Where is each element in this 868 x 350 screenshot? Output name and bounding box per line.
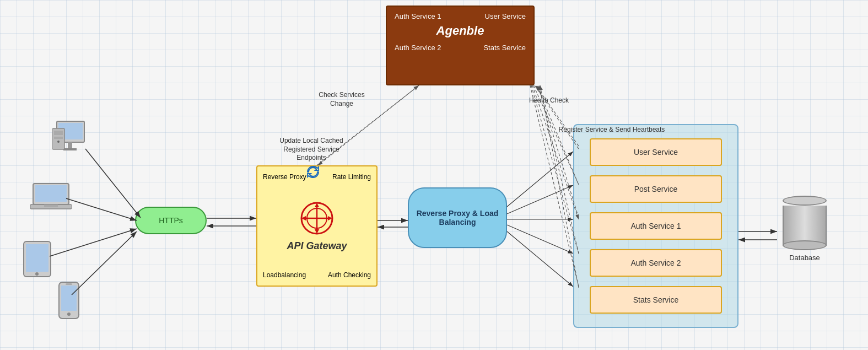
agent-title: Agenble [395,24,526,38]
server-device [52,119,96,170]
refresh-icon [306,165,320,181]
gateway-title: API Gateway [287,240,347,252]
svg-rect-26 [66,283,72,285]
services-container: User Service Post Service Auth Service 1… [573,124,738,328]
svg-line-39 [507,185,573,214]
https-label: HTTPs [159,216,183,225]
rplb-label: Reverse Proxy & Load Balancing [414,209,500,227]
gateway-icon [299,201,335,236]
svg-point-22 [35,272,39,276]
svg-line-32 [50,229,137,256]
svg-rect-17 [35,185,67,202]
svg-rect-24 [61,286,77,311]
svg-rect-19 [44,204,58,207]
agent-box: Auth Service 1 User Service Agenble Auth… [386,6,535,85]
agent-stats-service-label: Stats Service [483,44,526,52]
svg-line-46 [535,85,579,149]
agent-auth-service-1-label: Auth Service 1 [395,12,441,20]
https-ellipse: HTTPs [135,207,207,234]
gw-reverse-proxy-label: Reverse Proxy [263,173,306,181]
svg-line-50 [530,85,579,287]
update-local-label: Update Local CachedRegistered ServiceEnd… [270,137,353,163]
svg-point-25 [67,313,71,316]
svg-line-33 [72,231,137,295]
diagram-canvas: Auth Service 1 User Service Agenble Auth… [0,0,868,350]
svg-line-31 [66,198,137,220]
register-service-label: Register Service & Send Heartbeats [557,126,667,134]
phone-device [58,281,80,322]
check-services-label: Check ServicesChange [314,91,369,108]
gw-rate-limiting-label: Rate Limiting [332,173,371,181]
db-body [783,206,827,245]
agent-user-service-label: User Service [485,12,526,20]
svg-line-41 [507,225,573,254]
svg-rect-11 [63,148,77,150]
svg-rect-13 [54,131,63,135]
agent-auth-service-2-label: Auth Service 2 [395,44,441,52]
svg-rect-21 [26,244,48,272]
svg-rect-14 [54,137,63,139]
laptop-device [30,182,72,214]
stats-service-box: Stats Service [590,286,722,314]
svg-point-15 [57,141,60,143]
gw-auth-checking-label: Auth Checking [328,271,371,279]
gw-loadbalancing-label: Loadbalancing [263,271,306,279]
auth-service-1-box: Auth Service 1 [590,212,722,240]
user-service-box: User Service [590,138,722,166]
svg-line-42 [507,231,573,287]
post-service-box: Post Service [590,175,722,203]
db-bottom [783,240,827,250]
database-label: Database [789,254,820,262]
svg-line-51 [536,85,579,146]
svg-rect-10 [68,142,72,149]
health-check-label: Health Check [529,96,569,105]
api-gateway-box: Reverse Proxy Rate Limiting API Gateway … [256,165,378,287]
svg-line-38 [507,152,573,207]
svg-line-53 [538,85,579,218]
svg-line-49 [531,85,579,254]
auth-service-2-box: Auth Service 2 [590,249,722,277]
tablet-device [22,240,52,281]
database-cylinder: Database [777,196,832,262]
rplb-box: Reverse Proxy & Load Balancing [408,187,507,248]
svg-line-48 [532,85,579,219]
db-top [783,196,827,206]
